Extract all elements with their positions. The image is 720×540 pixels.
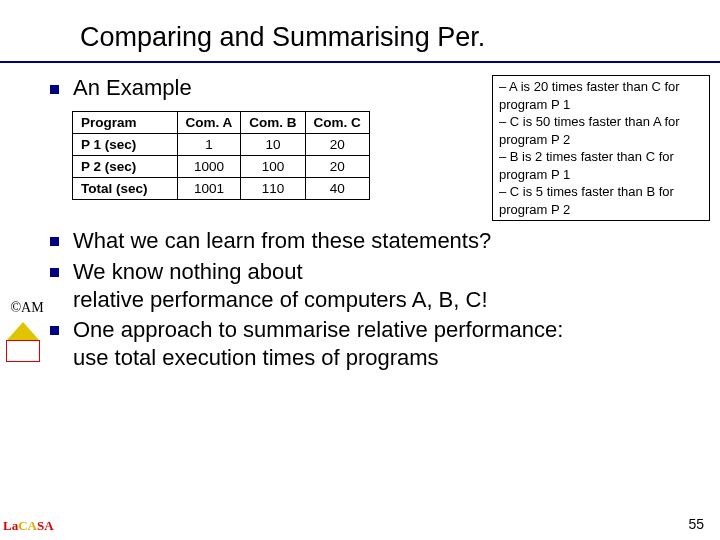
table-row: Total (sec) 1001 110 40	[73, 178, 370, 200]
slide-title: Comparing and Summarising Per.	[80, 22, 485, 52]
bullet-list: What we can learn from these statements?…	[50, 227, 710, 372]
title-bar: Comparing and Summarising Per.	[0, 0, 720, 63]
content-area: An Example Program Com. A Com. B Com. C …	[0, 63, 720, 372]
house-icon	[6, 322, 40, 362]
author-column: ©AM	[6, 300, 48, 362]
cell: 100	[241, 156, 305, 178]
table-row: P 2 (sec) 1000 100 20	[73, 156, 370, 178]
bullet-item: One approach to summarise relative perfo…	[50, 316, 710, 372]
bullet-square-icon	[50, 326, 59, 335]
bullet-square-icon	[50, 268, 59, 277]
col-com-b: Com. B	[241, 112, 305, 134]
col-com-c: Com. C	[305, 112, 369, 134]
cell: 20	[305, 134, 369, 156]
performance-table: Program Com. A Com. B Com. C P 1 (sec) 1…	[72, 111, 370, 200]
comparison-box: – A is 20 times faster than C for progra…	[492, 75, 710, 221]
bullet-square-icon	[50, 237, 59, 246]
table-row: P 1 (sec) 1 10 20	[73, 134, 370, 156]
box-line: – C is 50 times faster than A for progra…	[499, 113, 703, 148]
copyright-am: ©AM	[6, 300, 48, 316]
row-total: Total (sec)	[73, 178, 178, 200]
cell: 20	[305, 156, 369, 178]
bullet-item: What we can learn from these statements?	[50, 227, 710, 255]
cell: 10	[241, 134, 305, 156]
box-line: – A is 20 times faster than C for progra…	[499, 78, 703, 113]
row-p2: P 2 (sec)	[73, 156, 178, 178]
page-number: 55	[688, 516, 704, 532]
lacasa-label: LaCASA	[3, 518, 54, 534]
col-program: Program	[73, 112, 178, 134]
bullet-square-icon	[50, 85, 59, 94]
bullet-text: One approach to summarise relative perfo…	[73, 316, 563, 372]
example-heading: An Example	[73, 75, 192, 100]
cell: 40	[305, 178, 369, 200]
cell: 110	[241, 178, 305, 200]
bullet-text: We know nothing about relative performan…	[73, 258, 488, 314]
box-line: – C is 5 times faster than B for program…	[499, 183, 703, 218]
box-line: – B is 2 times faster than C for program…	[499, 148, 703, 183]
cell: 1001	[177, 178, 241, 200]
cell: 1	[177, 134, 241, 156]
col-com-a: Com. A	[177, 112, 241, 134]
cell: 1000	[177, 156, 241, 178]
example-heading-row: An Example	[50, 75, 486, 101]
bullet-item: We know nothing about relative performan…	[50, 258, 710, 314]
bullet-text: What we can learn from these statements?	[73, 227, 491, 255]
row-p1: P 1 (sec)	[73, 134, 178, 156]
